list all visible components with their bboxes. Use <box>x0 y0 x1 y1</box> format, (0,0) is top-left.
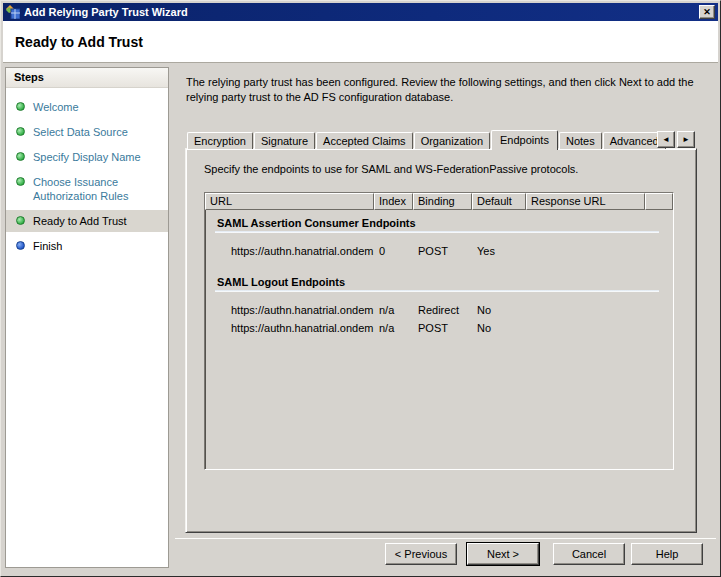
step-item-select-data-source: Select Data Source <box>6 121 168 143</box>
next-button[interactable]: Next > <box>467 543 539 565</box>
tab-endpoints[interactable]: Endpoints <box>491 130 558 150</box>
step-current-bullet-icon <box>16 216 25 225</box>
cell-url: https://authn.hanatrial.ondem... <box>205 322 374 334</box>
group-underline <box>215 231 659 233</box>
step-label: Choose Issuance Authorization Rules <box>33 176 128 202</box>
step-label: Ready to Add Trust <box>33 215 127 227</box>
steps-panel: Steps Welcome Select Data Source Specify… <box>5 67 169 568</box>
cell-response-url <box>526 304 645 316</box>
column-header-url[interactable]: URL <box>205 193 374 210</box>
wizard-icon <box>6 5 20 19</box>
tab-organization[interactable]: Organization <box>414 132 490 149</box>
cell-default: Yes <box>472 245 526 257</box>
cell-response-url <box>526 245 645 257</box>
cell-url: https://authn.hanatrial.ondem... <box>205 304 374 316</box>
step-label: Finish <box>33 240 62 252</box>
cell-index: n/a <box>374 304 413 316</box>
window-title: Add Relying Party Trust Wizard <box>24 6 188 18</box>
step-item-finish: Finish <box>6 235 168 257</box>
cell-binding: POST <box>413 245 472 257</box>
step-item-welcome: Welcome <box>6 96 168 118</box>
column-header-default[interactable]: Default <box>472 193 526 210</box>
column-header-index[interactable]: Index <box>374 193 413 210</box>
column-header-binding[interactable]: Binding <box>413 193 472 210</box>
table-row[interactable]: https://authn.hanatrial.ondem... n/a POS… <box>205 322 673 334</box>
tab-scroll-right-icon[interactable]: ► <box>677 131 695 148</box>
step-upcoming-bullet-icon <box>16 241 25 250</box>
page-title: Ready to Add Trust <box>15 34 143 50</box>
tab-notes[interactable]: Notes <box>559 132 602 149</box>
tab-strip: Encryption Signature Accepted Claims Org… <box>185 129 697 149</box>
cell-binding: POST <box>413 322 472 334</box>
cell-response-url <box>526 322 645 334</box>
step-label: Specify Display Name <box>33 151 141 163</box>
close-icon[interactable]: ✕ <box>699 5 715 19</box>
title-bar[interactable]: Add Relying Party Trust Wizard ✕ <box>3 3 718 21</box>
steps-header: Steps <box>6 68 168 88</box>
cancel-button[interactable]: Cancel <box>553 543 625 565</box>
listview-header: URL Index Binding Default Response URL <box>205 193 673 210</box>
cell-binding: Redirect <box>413 304 472 316</box>
cell-default: No <box>472 322 526 334</box>
step-done-bullet-icon <box>16 127 25 136</box>
header-band: Ready to Add Trust <box>3 21 718 63</box>
group-title-saml-assertion-consumer-endpoints: SAML Assertion Consumer Endpoints <box>217 217 659 229</box>
tab-accepted-claims[interactable]: Accepted Claims <box>316 132 413 149</box>
cell-url: https://authn.hanatrial.ondem... <box>205 245 374 257</box>
step-label: Welcome <box>33 101 79 113</box>
add-relying-party-trust-wizard-dialog: Add Relying Party Trust Wizard ✕ Ready t… <box>0 0 721 577</box>
step-done-bullet-icon <box>16 177 25 186</box>
endpoints-listview: URL Index Binding Default Response URL S… <box>204 192 674 470</box>
step-item-specify-display-name: Specify Display Name <box>6 146 168 168</box>
tab-encryption[interactable]: Encryption <box>187 132 253 149</box>
endpoints-hint: Specify the endpoints to use for SAML an… <box>204 163 578 175</box>
table-row[interactable]: https://authn.hanatrial.ondem... n/a Red… <box>205 304 673 316</box>
cell-index: n/a <box>374 322 413 334</box>
endpoints-tab-panel: Specify the endpoints to use for SAML an… <box>185 148 697 533</box>
cell-index: 0 <box>374 245 413 257</box>
table-row[interactable]: https://authn.hanatrial.ondem... 0 POST … <box>205 245 673 257</box>
cell-default: No <box>472 304 526 316</box>
step-done-bullet-icon <box>16 152 25 161</box>
group-title-saml-logout-endpoints: SAML Logout Endpoints <box>217 276 659 288</box>
tab-scroll-left-icon[interactable]: ◄ <box>657 131 675 148</box>
tab-scrollers: ◄ ► <box>657 131 695 148</box>
page-description: The relying party trust has been configu… <box>186 75 694 105</box>
group-underline <box>215 290 659 292</box>
help-button[interactable]: Help <box>631 543 703 565</box>
footer-separator <box>175 538 716 539</box>
step-done-bullet-icon <box>16 102 25 111</box>
tab-signature[interactable]: Signature <box>254 132 315 149</box>
step-item-ready-to-add-trust: Ready to Add Trust <box>6 210 168 232</box>
previous-button[interactable]: < Previous <box>385 543 457 565</box>
settings-tab-control: Encryption Signature Accepted Claims Org… <box>185 129 697 533</box>
step-item-choose-issuance-authorization-rules: Choose Issuance Authorization Rules <box>6 171 168 207</box>
column-header-response-url[interactable]: Response URL <box>526 193 645 210</box>
step-label: Select Data Source <box>33 126 128 138</box>
column-header-filler <box>645 193 673 210</box>
steps-list: Welcome Select Data Source Specify Displ… <box>6 88 168 257</box>
